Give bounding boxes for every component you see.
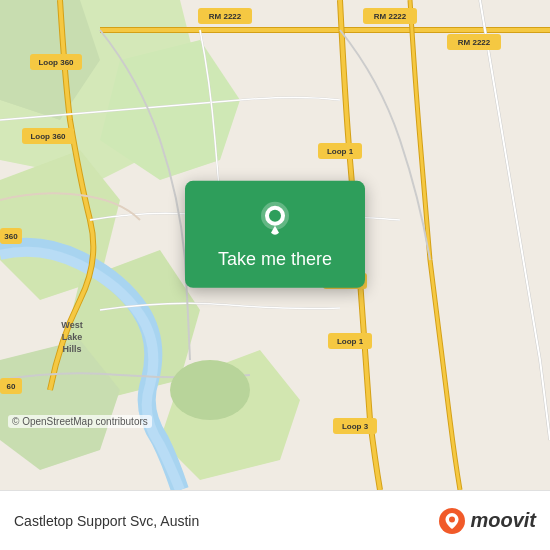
svg-text:RM 2222: RM 2222 [458,38,491,47]
svg-text:RM 2222: RM 2222 [209,12,242,21]
popup-card[interactable]: Take me there [185,181,365,288]
map-container: Loop 360 Loop 360 RM 2222 RM 2222 RM 222… [0,0,550,490]
svg-text:Hills: Hills [62,344,81,354]
svg-text:60: 60 [7,382,16,391]
map-attribution: © OpenStreetMap contributors [8,415,152,428]
moovit-pin-icon [438,507,466,535]
svg-point-38 [269,210,281,222]
svg-text:Loop 360: Loop 360 [30,132,66,141]
svg-text:Loop 1: Loop 1 [327,147,354,156]
svg-point-10 [170,360,250,420]
svg-text:Loop 1: Loop 1 [337,337,364,346]
svg-text:RM 2222: RM 2222 [374,12,407,21]
svg-text:West: West [61,320,82,330]
location-pin-icon [254,199,296,241]
svg-text:Loop 3: Loop 3 [342,422,369,431]
take-me-there-label: Take me there [218,249,332,270]
svg-text:Loop 360: Loop 360 [38,58,74,67]
svg-text:Lake: Lake [62,332,83,342]
moovit-logo: moovit [438,507,536,535]
svg-text:360: 360 [4,232,18,241]
svg-point-40 [449,516,455,522]
bottom-bar: Castletop Support Svc, Austin moovit [0,490,550,550]
location-label: Castletop Support Svc, Austin [14,513,199,529]
moovit-brand-text: moovit [470,509,536,532]
